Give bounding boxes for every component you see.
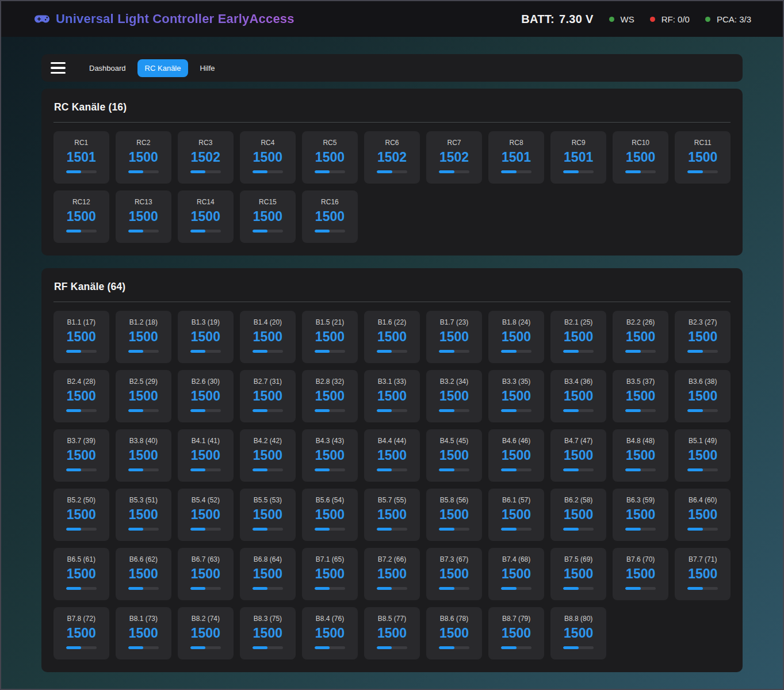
channel-card-b6-2-58: B6.2 (58)1500 xyxy=(550,489,606,541)
channel-card-b2-5-29: B2.5 (29)1500 xyxy=(116,370,171,422)
channel-label: B1.7 (23) xyxy=(440,318,468,326)
channel-value: 1500 xyxy=(377,330,407,344)
channel-progress-fill xyxy=(687,587,703,590)
channel-label: RC3 xyxy=(198,139,212,147)
channel-progress-track xyxy=(377,350,407,353)
channel-card-b5-3-51: B5.3 (51)1500 xyxy=(116,489,171,541)
channel-progress-fill xyxy=(439,646,454,649)
channel-value: 1500 xyxy=(688,567,717,581)
channel-label: B4.4 (44) xyxy=(378,437,406,445)
channel-value: 1502 xyxy=(439,150,469,165)
channel-card-b6-8-64: B6.8 (64)1500 xyxy=(240,548,296,600)
channel-progress-fill xyxy=(501,646,517,649)
channel-value: 1500 xyxy=(191,448,220,463)
channel-progress-track xyxy=(190,170,221,173)
channel-card-b4-5-45: B4.5 (45)1500 xyxy=(426,429,482,482)
channel-value: 1500 xyxy=(564,448,593,463)
channel-label: B2.6 (30) xyxy=(192,378,220,386)
channel-value: 1500 xyxy=(439,508,469,522)
channel-value: 1500 xyxy=(439,330,469,344)
channel-value: 1500 xyxy=(688,330,717,344)
channel-label: RC16 xyxy=(321,198,339,206)
battery-label: BATT: xyxy=(521,13,554,25)
channel-progress-fill xyxy=(315,587,330,590)
status-dot-icon xyxy=(650,17,655,22)
channel-progress-fill xyxy=(377,170,392,173)
status-pca-3-3: PCA: 3/3 xyxy=(705,14,751,24)
nav-panel: DashboardRC KanäleHilfe xyxy=(41,54,743,82)
channel-label: RC10 xyxy=(632,139,649,147)
section-title-rf: RF Kanäle (64) xyxy=(53,279,731,293)
channel-value: 1501 xyxy=(502,150,531,165)
channel-progress-track xyxy=(377,468,407,471)
channel-value: 1502 xyxy=(377,150,407,165)
channel-progress-fill xyxy=(66,646,82,649)
channel-progress-track xyxy=(128,646,159,649)
menu-hamburger-icon[interactable] xyxy=(51,62,66,74)
channel-progress-fill xyxy=(501,170,517,173)
channel-card-rc15: RC151500 xyxy=(240,190,296,243)
channel-progress-fill xyxy=(253,646,268,649)
channel-label: B3.7 (39) xyxy=(67,437,95,445)
channel-label: B8.8 (80) xyxy=(564,615,592,623)
channel-progress-track xyxy=(377,587,407,590)
channel-progress-track xyxy=(190,528,221,531)
channel-card-b5-5-53: B5.5 (53)1500 xyxy=(240,489,296,541)
channel-label: B3.1 (33) xyxy=(378,378,406,386)
channel-progress-track xyxy=(439,170,469,173)
channel-label: RC13 xyxy=(135,198,152,206)
channel-label: RC6 xyxy=(385,139,399,147)
channel-label: B3.5 (37) xyxy=(626,378,655,386)
channel-card-b1-8-24: B1.8 (24)1500 xyxy=(488,311,544,363)
channel-value: 1500 xyxy=(129,626,158,641)
channel-progress-fill xyxy=(563,468,579,471)
channel-card-b7-8-72: B7.8 (72)1500 xyxy=(53,607,109,659)
channel-progress-fill xyxy=(501,409,517,412)
channel-card-b6-3-59: B6.3 (59)1500 xyxy=(613,489,668,541)
channel-progress-fill xyxy=(439,468,454,471)
channel-label: RC12 xyxy=(72,198,90,206)
channel-progress-fill xyxy=(563,409,579,412)
channel-card-b4-4-44: B4.4 (44)1500 xyxy=(364,429,420,482)
channel-progress-track xyxy=(253,170,283,173)
tab-rc-kan-le[interactable]: RC Kanäle xyxy=(137,59,189,77)
channel-card-b5-4-52: B5.4 (52)1500 xyxy=(178,489,234,541)
channel-label: B1.1 (17) xyxy=(67,318,95,326)
channel-card-b8-8-80: B8.8 (80)1500 xyxy=(550,607,606,659)
rc-card-grid: RC11501RC21500RC31502RC41500RC51500RC615… xyxy=(53,131,731,243)
channel-card-b3-3-35: B3.3 (35)1500 xyxy=(488,370,544,422)
channel-card-rc14: RC141500 xyxy=(178,190,234,243)
channel-card-b5-1-49: B5.1 (49)1500 xyxy=(675,429,731,482)
channel-card-b4-2-42: B4.2 (42)1500 xyxy=(240,429,296,482)
channel-value: 1500 xyxy=(129,448,158,463)
channel-progress-fill xyxy=(439,587,454,590)
channel-card-rc11: RC111500 xyxy=(675,131,731,184)
status-label: PCA: 3/3 xyxy=(717,14,751,24)
channel-progress-track xyxy=(315,409,345,412)
channel-progress-track xyxy=(501,646,531,649)
channel-value: 1500 xyxy=(315,448,345,463)
channel-progress-track xyxy=(625,468,656,471)
channel-progress-fill xyxy=(563,528,579,531)
channel-value: 1500 xyxy=(191,389,220,403)
channel-label: B1.6 (22) xyxy=(378,318,406,326)
channel-progress-track xyxy=(625,528,656,531)
tab-dashboard[interactable]: Dashboard xyxy=(82,59,133,77)
channel-card-b6-4-60: B6.4 (60)1500 xyxy=(675,489,731,541)
channel-progress-track xyxy=(563,646,594,649)
channel-progress-fill xyxy=(625,409,641,412)
channel-progress-track xyxy=(66,587,97,590)
channel-label: B6.4 (60) xyxy=(689,496,717,504)
channel-progress-track xyxy=(190,350,221,353)
channel-progress-fill xyxy=(439,170,454,173)
channel-value: 1500 xyxy=(439,567,469,581)
channel-label: RC5 xyxy=(323,139,336,147)
rf-card-grid: B1.1 (17)1500B1.2 (18)1500B1.3 (19)1500B… xyxy=(53,311,731,659)
channel-card-rc1: RC11501 xyxy=(53,131,109,184)
channel-progress-fill xyxy=(128,468,144,471)
channel-label: B4.6 (46) xyxy=(502,437,530,445)
channel-value: 1500 xyxy=(191,626,220,641)
tab-hilfe[interactable]: Hilfe xyxy=(192,59,222,77)
channel-value: 1500 xyxy=(688,448,717,463)
channel-label: B8.2 (74) xyxy=(192,615,220,623)
